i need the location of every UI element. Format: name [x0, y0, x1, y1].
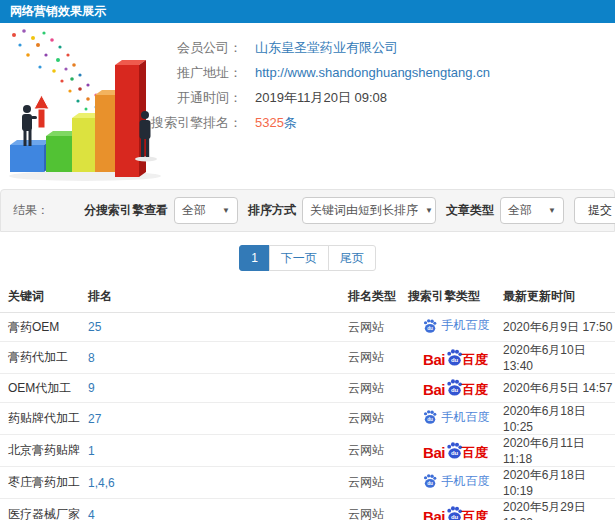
keyword-cell: 药贴牌代加工 — [0, 403, 88, 435]
keyword-cell: 枣庄膏药加工 — [0, 467, 88, 499]
engine-select-value: 全部 — [182, 202, 206, 219]
svg-text:du: du — [427, 481, 433, 486]
hero-section: 会员公司： 山东皇圣堂药业有限公司 推广地址： http://www.shand… — [0, 23, 615, 189]
svg-text:du: du — [451, 357, 459, 363]
table-row: 膏药代加工 8 云网站 Bai du 百度 2020年6月10日 13:40 — [0, 342, 615, 374]
baidu-logo-baidu-chars: 百度 — [462, 446, 488, 460]
chevron-down-icon: ▼ — [418, 206, 433, 215]
rank-link[interactable]: 1,4,6 — [88, 476, 115, 490]
promo-url-link[interactable]: http://www.shandonghuangshengtang.cn — [255, 65, 490, 80]
businessman-left — [22, 105, 37, 146]
app-header: 网络营销效果展示 — [0, 0, 615, 23]
mobile-baidu-logo: du 手机百度 — [422, 317, 490, 334]
result-label: 结果： — [13, 202, 49, 219]
baidu-logo-bai: Bai — [423, 382, 445, 397]
updated-cell: 2020年6月5日 14:57 — [503, 374, 615, 403]
article-type-label: 文章类型 — [446, 202, 494, 219]
keyword-cell: 膏药代加工 — [0, 342, 88, 374]
bar-chart-illustration — [0, 25, 180, 185]
table-row: 膏药OEM 25 云网站 du 手机百度 2020年6月9日 17:50 — [0, 313, 615, 342]
rank-header: 排名 — [88, 281, 348, 313]
svg-text:du: du — [427, 326, 433, 331]
baidu-logo: Bai du 百度 — [423, 378, 488, 397]
rank-link[interactable]: 27 — [88, 412, 101, 426]
baidu-logo-bai: Bai — [423, 445, 445, 460]
mobile-baidu-logo: du 手机百度 — [422, 409, 490, 426]
updated-header: 最新更新时间 — [503, 281, 615, 313]
rank-type-cell: 云网站 — [348, 403, 408, 435]
rank-link[interactable]: 25 — [88, 320, 101, 334]
baidu-logo: Bai du 百度 — [423, 348, 488, 367]
table-row: 北京膏药贴牌 1 云网站 Bai du 百度 2020年6月11日 11:18 — [0, 435, 615, 467]
rank-type-cell: 云网站 — [348, 342, 408, 374]
rank-type-cell: 云网站 — [348, 499, 408, 520]
engine-type-cell: du 手机百度 — [408, 403, 503, 435]
mobile-baidu-label: 手机百度 — [442, 473, 490, 490]
filter-bar: 结果： 分搜索引擎查看 全部 ▼ 排序方式 关键词由短到长排序 ▼ 文章类型 全… — [0, 189, 615, 232]
baidu-logo: Bai du 百度 — [423, 441, 488, 460]
chevron-down-icon: ▼ — [541, 206, 556, 215]
sort-select-value: 关键词由短到长排序 — [310, 202, 418, 219]
next-page-button[interactable]: 下一页 — [269, 245, 329, 271]
keyword-cell: 膏药OEM — [0, 313, 88, 342]
baidu-logo-baidu-chars: 百度 — [462, 383, 488, 397]
baidu-paw-icon: du — [422, 473, 438, 489]
rank-type-cell: 云网站 — [348, 313, 408, 342]
table-row: OEM代加工 9 云网站 Bai du 百度 2020年6月5日 14:57 — [0, 374, 615, 403]
svg-text:du: du — [451, 514, 459, 520]
mobile-baidu-label: 手机百度 — [442, 409, 490, 426]
engine-type-cell: Bai du 百度 — [408, 374, 503, 403]
baidu-logo-baidu-chars: 百度 — [462, 510, 488, 520]
table-row: 枣庄膏药加工 1,4,6 云网站 du 手机百度 2020年6月18日 10:1… — [0, 467, 615, 499]
keyword-cell: 医疗器械厂家 — [0, 499, 88, 520]
last-page-button[interactable]: 尾页 — [328, 245, 376, 271]
page-title: 网络营销效果展示 — [10, 4, 106, 18]
rank-type-cell: 云网站 — [348, 435, 408, 467]
updated-cell: 2020年6月9日 17:50 — [503, 313, 615, 342]
confetti-dots — [12, 29, 106, 110]
table-row: 医疗器械厂家 4 云网站 Bai du 百度 2020年5月29日 10:32 — [0, 499, 615, 520]
baidu-logo: Bai du 百度 — [423, 505, 488, 520]
keyword-cell: 北京膏药贴牌 — [0, 435, 88, 467]
baidu-logo-bai: Bai — [423, 352, 445, 367]
baidu-logo-bai: Bai — [423, 509, 445, 520]
article-type-select[interactable]: 全部 ▼ — [500, 197, 564, 224]
chevron-down-icon: ▼ — [215, 206, 230, 215]
info-row-rank-count: 搜索引擎排名： 5325条 — [147, 110, 615, 135]
baidu-paw-icon: du — [422, 409, 438, 425]
keyword-cell: OEM代加工 — [0, 374, 88, 403]
table-row: 药贴牌代加工 27 云网站 du 手机百度 2020年6月18日 10:25 — [0, 403, 615, 435]
rank-link[interactable]: 9 — [88, 381, 95, 395]
keyword-header: 关键词 — [0, 281, 88, 313]
engine-select[interactable]: 全部 ▼ — [174, 197, 238, 224]
engine-type-cell: Bai du 百度 — [408, 435, 503, 467]
info-row-company: 会员公司： 山东皇圣堂药业有限公司 — [147, 35, 615, 60]
article-type-select-value: 全部 — [508, 202, 532, 219]
company-link[interactable]: 山东皇圣堂药业有限公司 — [255, 40, 398, 55]
submit-button[interactable]: 提交 — [574, 197, 615, 224]
rank-type-cell: 云网站 — [348, 467, 408, 499]
rank-link[interactable]: 8 — [88, 351, 95, 365]
svg-text:du: du — [451, 387, 459, 393]
engine-filter-label: 分搜索引擎查看 — [84, 202, 168, 219]
engine-type-cell: du 手机百度 — [408, 467, 503, 499]
info-row-url: 推广地址： http://www.shandonghuangshengtang.… — [147, 60, 615, 85]
svg-text:du: du — [451, 450, 459, 456]
up-arrow-icon — [34, 95, 49, 128]
mobile-baidu-logo: du 手机百度 — [422, 473, 490, 490]
svg-text:du: du — [427, 417, 433, 422]
engine-type-header: 搜索引擎类型 — [408, 281, 503, 313]
rank-link[interactable]: 1 — [88, 444, 95, 458]
updated-cell: 2020年6月18日 10:25 — [503, 403, 615, 435]
page-1-button[interactable]: 1 — [239, 245, 270, 271]
mobile-baidu-label: 手机百度 — [442, 317, 490, 334]
updated-cell: 2020年5月29日 10:32 — [503, 499, 615, 520]
engine-type-cell: du 手机百度 — [408, 313, 503, 342]
rank-link[interactable]: 4 — [88, 508, 95, 520]
updated-cell: 2020年6月18日 10:19 — [503, 467, 615, 499]
engine-type-cell: Bai du 百度 — [408, 342, 503, 374]
updated-cell: 2020年6月10日 13:40 — [503, 342, 615, 374]
filter-controls: 分搜索引擎查看 全部 ▼ 排序方式 关键词由短到长排序 ▼ 文章类型 全部 ▼ … — [74, 197, 614, 224]
rank-count-suffix: 条 — [284, 115, 297, 130]
sort-select[interactable]: 关键词由短到长排序 ▼ — [302, 197, 436, 224]
